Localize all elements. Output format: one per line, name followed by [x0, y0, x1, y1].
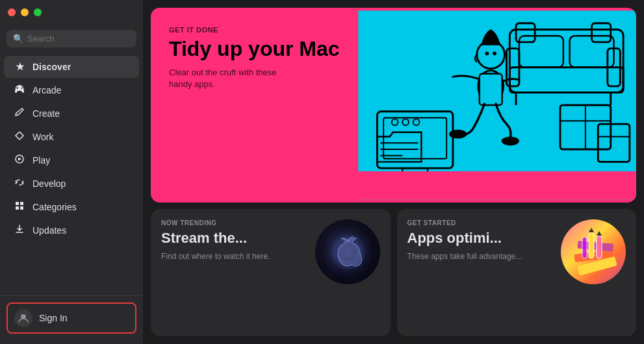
card-title: Stream the...	[161, 230, 307, 246]
sidebar-item-label: Develop	[32, 178, 66, 189]
svg-point-33	[450, 130, 467, 139]
search-input[interactable]	[27, 34, 130, 43]
card-thumbnail	[315, 219, 380, 284]
hero-eyebrow: GET IT DONE	[169, 26, 340, 34]
sidebar-item-label: Arcade	[32, 85, 61, 95]
sidebar-item-categories[interactable]: Categories	[4, 195, 139, 218]
card-eyebrow: NOW TRENDING	[161, 219, 307, 227]
sidebar-item-label: Discover	[32, 62, 71, 72]
sign-in-button[interactable]: Sign In	[6, 302, 136, 334]
sign-in-label: Sign In	[39, 313, 68, 323]
updates-icon	[13, 224, 26, 236]
close-button[interactable]	[8, 8, 16, 16]
sidebar-item-develop[interactable]: Develop	[4, 172, 139, 195]
card-get-started[interactable]: GET STARTED Apps optimi... These apps ta…	[397, 209, 637, 336]
svg-rect-35	[320, 171, 636, 200]
star-icon: ★	[13, 61, 26, 73]
main-content: GET IT DONE Tidy up your Mac Clear out t…	[143, 0, 644, 344]
cards-row: NOW TRENDING Stream the... Find out wher…	[151, 209, 636, 336]
sidebar-item-work[interactable]: Work	[4, 125, 139, 148]
search-icon: 🔍	[13, 34, 23, 43]
sidebar-item-updates[interactable]: Updates	[4, 219, 139, 241]
card-eyebrow: GET STARTED	[407, 219, 554, 227]
fullscreen-button[interactable]	[34, 8, 42, 16]
svg-point-34	[502, 137, 519, 146]
svg-point-30	[485, 51, 489, 55]
sidebar: 🔍 ★ Discover Arcade Create	[0, 0, 143, 344]
minimize-button[interactable]	[21, 8, 29, 16]
svg-point-37	[332, 236, 363, 267]
avatar	[14, 309, 32, 327]
arcade-icon	[13, 84, 26, 96]
sidebar-item-play[interactable]: Play	[4, 149, 139, 171]
sidebar-item-label: Updates	[32, 225, 66, 236]
svg-rect-3	[16, 206, 19, 210]
categories-icon	[13, 201, 26, 213]
svg-rect-43	[582, 237, 587, 258]
card-thumbnail	[561, 219, 626, 284]
sidebar-item-discover[interactable]: ★ Discover	[4, 56, 139, 78]
svg-point-31	[493, 51, 497, 55]
nav-list: ★ Discover Arcade Create	[0, 53, 143, 295]
svg-rect-42	[597, 236, 602, 258]
card-trending[interactable]: NOW TRENDING Stream the... Find out wher…	[151, 209, 391, 336]
sidebar-item-create[interactable]: Create	[4, 102, 139, 125]
svg-rect-1	[16, 202, 19, 205]
sidebar-item-label: Categories	[32, 202, 77, 212]
titlebar	[0, 0, 143, 25]
card-desc: These apps take full advantage...	[407, 251, 554, 262]
sidebar-item-label: Play	[32, 155, 50, 166]
hero-banner[interactable]: GET IT DONE Tidy up your Mac Clear out t…	[151, 8, 636, 203]
hero-subtitle: Clear out the cruft with these handy app…	[169, 67, 299, 90]
card-text: NOW TRENDING Stream the... Find out wher…	[161, 219, 307, 326]
sidebar-item-label: Create	[32, 108, 60, 119]
hero-illustration	[320, 8, 636, 203]
hero-text: GET IT DONE Tidy up your Mac Clear out t…	[169, 26, 340, 91]
sign-in-area: Sign In	[0, 295, 143, 344]
svg-rect-41	[589, 232, 594, 258]
svg-point-36	[336, 240, 359, 264]
card-title: Apps optimi...	[407, 230, 554, 246]
develop-icon	[13, 177, 26, 190]
sidebar-item-label: Work	[32, 132, 53, 142]
svg-rect-4	[20, 206, 23, 210]
hero-title: Tidy up your Mac	[169, 38, 340, 60]
svg-rect-2	[20, 202, 23, 205]
play-icon	[13, 154, 26, 166]
work-icon	[13, 130, 26, 143]
sidebar-item-arcade[interactable]: Arcade	[4, 79, 139, 101]
svg-rect-32	[480, 73, 502, 105]
card-text: GET STARTED Apps optimi... These apps ta…	[407, 219, 554, 326]
search-bar[interactable]: 🔍	[6, 30, 136, 47]
card-desc: Find out where to watch it here.	[161, 251, 307, 262]
create-icon	[13, 107, 26, 119]
